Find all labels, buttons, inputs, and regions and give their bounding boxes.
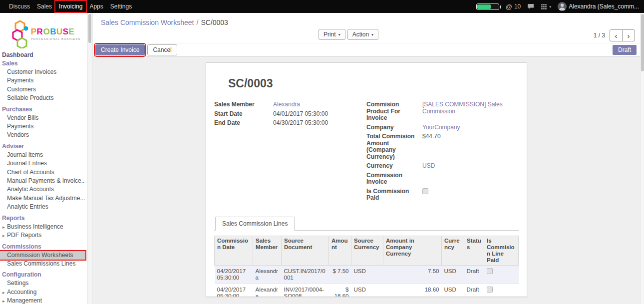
menu-settings[interactable]: Settings	[107, 1, 135, 12]
cell-amount: $ 18.60	[329, 284, 351, 297]
commission-lines-table: Commission Date Sales Member Source Docu…	[214, 236, 519, 298]
sidebar-item-business-intelligence[interactable]: ▸Business Intelligence	[0, 223, 85, 231]
sidebar-item-pdf-reports[interactable]: ▸PDF Reports	[0, 231, 85, 240]
grid-icon	[541, 3, 547, 10]
company-link[interactable]: YourCompany	[422, 124, 508, 131]
col-header-status[interactable]: Status	[464, 236, 484, 265]
field-label: Total Commision Amount (Company Currency…	[366, 133, 422, 160]
sidebar-item-vendor-bills[interactable]: Vendor Bills	[0, 114, 85, 122]
create-invoice-button[interactable]: Create Invoice	[95, 44, 145, 55]
action-buttons: Print▾ Action▾	[319, 29, 378, 40]
field-groups: Sales Member Alexandra Start Date 04/01/…	[214, 101, 519, 204]
cell-source-document: CUST.IN/2017/0001	[282, 265, 329, 284]
currency-link[interactable]: USD	[422, 163, 508, 170]
sidebar-item-management[interactable]: ▸Management	[0, 297, 85, 304]
topbar: Discuss Sales Invoicing Apps Settings @ …	[0, 0, 644, 13]
cell-amount-company: 7.50	[383, 265, 442, 284]
pager-next-button[interactable]: ›	[622, 29, 635, 41]
breadcrumb-separator: /	[196, 18, 198, 26]
cell-commission-date: 04/20/2017 05:30:00	[215, 265, 253, 284]
form-statusbar: Create Invoice Cancel Draft	[93, 43, 640, 56]
sidebar-item-manual-payments[interactable]: Manual Payments & Invoice...	[0, 177, 85, 185]
sidebar-nav: Dashboard Sales Customer Invoices Paymen…	[0, 51, 92, 304]
commission-line-row[interactable]: 04/20/2017 05:30:00 Alexandra CUST.IN/20…	[215, 265, 519, 284]
sidebar-item-commission-worksheets[interactable]: Commission Worksheets	[0, 251, 85, 260]
menu-sales[interactable]: Sales	[33, 1, 55, 12]
mentions-counter[interactable]: @ 10	[506, 3, 521, 10]
field-end-date: End Date 04/30/2017 05:30:00	[214, 120, 366, 127]
avatar	[558, 2, 567, 11]
sidebar-item-accounting[interactable]: ▸Accounting	[0, 288, 85, 297]
commission-product-link[interactable]: [SALES COMMISSION] Sales Commission	[422, 101, 508, 115]
trial-battery-indicator	[476, 3, 499, 10]
field-label: Is Commission Paid	[366, 188, 422, 202]
notebook-tabs: Sales Commission Lines	[214, 216, 519, 231]
sidebar-item-sellable-products[interactable]: Sellable Products	[0, 94, 85, 102]
menu-discuss[interactable]: Discuss	[5, 1, 33, 12]
sidebar-section-commissions: Commissions	[0, 242, 85, 251]
field-start-date: Start Date 04/01/2017 05:30:00	[214, 111, 366, 118]
breadcrumb-parent-link[interactable]: Sales Commission Worksheet	[101, 18, 194, 26]
page-scrollbar	[640, 13, 644, 304]
notebook: Sales Commission Lines Commission Date S…	[214, 216, 519, 298]
pager-previous-button[interactable]: ‹	[610, 29, 623, 41]
col-header-commission-date[interactable]: Commission Date	[215, 236, 253, 265]
sidebar-item-customer-invoices[interactable]: Customer Invoices	[0, 68, 85, 76]
sidebar-item-make-manual-tax[interactable]: Make Manual Tax Adjustme...	[0, 194, 85, 203]
commission-line-row[interactable]: 04/20/2017 05:30:00 Alexandra INV/2017/0…	[215, 284, 519, 297]
line-paid-checkbox[interactable]	[487, 268, 493, 274]
sidebar-item-dashboard[interactable]: Dashboard	[0, 51, 85, 59]
col-header-currency[interactable]: Currency	[442, 236, 464, 265]
battery-nub	[500, 5, 501, 8]
field-group-left: Sales Member Alexandra Start Date 04/01/…	[214, 101, 366, 204]
field-label: Start Date	[214, 111, 273, 118]
is-commission-paid-checkbox[interactable]	[422, 188, 428, 194]
sidebar-section-configuration: Configuration	[0, 270, 85, 279]
at-icon: @	[506, 3, 512, 10]
expand-caret-icon: ▸	[2, 290, 5, 296]
menu-apps[interactable]: Apps	[86, 1, 106, 12]
sidebar-item-sales-commissions-lines[interactable]: Sales Commissions Lines	[0, 260, 85, 268]
cell-source-currency: USD	[351, 265, 383, 284]
sidebar-item-analytic-entries[interactable]: Analytic Entries	[0, 203, 85, 211]
cell-currency: USD	[442, 265, 464, 284]
logo-subtitle: PROFESSIONAL BUSINESS	[31, 37, 80, 40]
form-sheet: SC/0003 Sales Member Alexandra Start Dat…	[206, 62, 527, 297]
print-dropdown-button[interactable]: Print▾	[319, 29, 345, 40]
logo-hexagons-icon	[11, 19, 28, 48]
sidebar-item-analytic-accounts[interactable]: Analytic Accounts	[0, 185, 85, 194]
sidebar-item-journal-items[interactable]: Journal Items	[0, 151, 85, 159]
page-scrollbar-thumb[interactable]	[641, 14, 644, 71]
action-dropdown-button[interactable]: Action▾	[347, 29, 378, 40]
sidebar-item-customers[interactable]: Customers	[0, 85, 85, 94]
probuse-logo[interactable]: PROBUSE PROFESSIONAL BUSINESS	[0, 13, 92, 51]
user-menu[interactable]: Alexandra (Sales_comm...	[558, 2, 639, 11]
col-header-source-document[interactable]: Source Document	[282, 236, 329, 265]
cell-source-currency: USD	[351, 284, 383, 297]
sidebar-scrollbar	[87, 13, 92, 304]
col-header-sales-member[interactable]: Sales Member	[253, 236, 282, 265]
sidebar-item-settings[interactable]: Settings	[0, 279, 85, 288]
line-paid-checkbox[interactable]	[487, 287, 493, 293]
field-label: Sales Member	[214, 101, 273, 108]
sidebar-scrollbar-thumb[interactable]	[88, 14, 91, 43]
systray: @ 10 ▾ Alexandra (Sales_comm...	[476, 2, 644, 11]
cancel-button[interactable]: Cancel	[147, 44, 177, 55]
sidebar-item-chart-of-accounts[interactable]: Chart of Accounts	[0, 168, 85, 177]
col-header-line-paid[interactable]: Is Commision Line Paid	[484, 236, 519, 265]
sidebar-item-vendors[interactable]: Vendors	[0, 131, 85, 139]
field-commission-product: Commision Product For Invoice [SALES COM…	[366, 101, 519, 122]
sidebar-item-journal-entries[interactable]: Journal Entries	[0, 159, 85, 168]
chevron-down-icon: ▾	[371, 32, 373, 37]
col-header-source-currency[interactable]: Source Currency	[351, 236, 383, 265]
sales-member-link[interactable]: Alexandra	[273, 101, 366, 108]
tab-sales-commission-lines[interactable]: Sales Commission Lines	[215, 217, 295, 231]
sidebar-item-payments-purchases[interactable]: Payments	[0, 122, 85, 131]
messages-button[interactable]	[527, 3, 534, 9]
col-header-amount[interactable]: Amount	[329, 236, 351, 265]
col-header-amount-company-currency[interactable]: Amount in Company Currency	[383, 236, 442, 265]
sidebar-item-payments-sales[interactable]: Payments	[0, 76, 85, 85]
tools-menu-button[interactable]: ▾	[541, 3, 551, 10]
menu-invoicing[interactable]: Invoicing	[55, 1, 86, 12]
field-label: Commision Product For Invoice	[366, 101, 422, 122]
